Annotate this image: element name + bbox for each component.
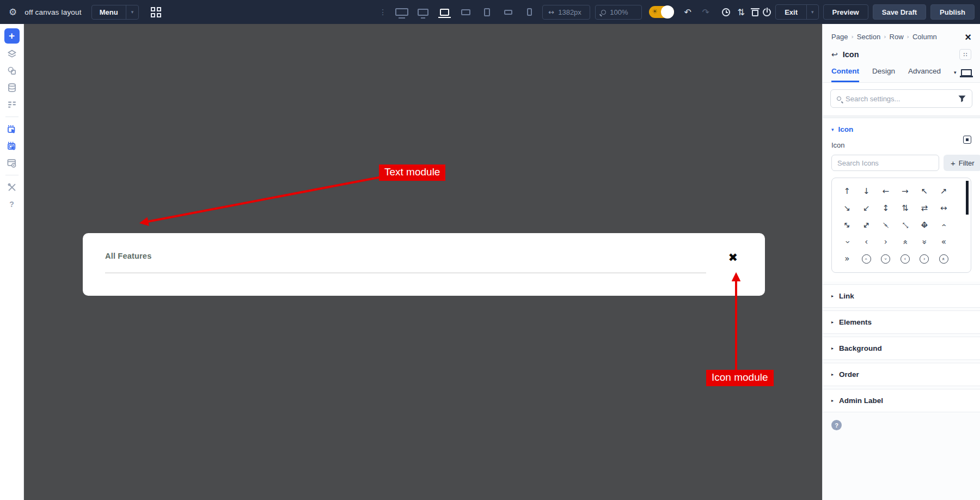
expand-out-diagonal-icon[interactable]: ←→ bbox=[896, 217, 915, 234]
chevron-left-icon[interactable]: ‹ bbox=[857, 234, 877, 251]
back-arrow-icon[interactable]: ↩ bbox=[831, 50, 838, 59]
icon-section-header[interactable]: ▾ Icon bbox=[831, 125, 971, 133]
chevron-right-circle-icon[interactable]: › bbox=[915, 251, 934, 267]
double-chevron-left-icon[interactable]: « bbox=[934, 234, 954, 251]
chevron-left-circle-icon[interactable]: ‹ bbox=[896, 251, 915, 267]
add-module-button[interactable]: + bbox=[4, 28, 20, 44]
arrow-down-icon[interactable]: ↓ bbox=[857, 183, 877, 200]
breadcrumb-row[interactable]: Row bbox=[890, 33, 904, 41]
arrow-up-right-icon[interactable]: ↗ bbox=[934, 183, 954, 200]
section-admin-label[interactable]: ▸Admin Label bbox=[823, 389, 980, 412]
toggle-knob[interactable] bbox=[661, 5, 674, 19]
history-clock-icon[interactable] bbox=[722, 8, 730, 16]
zoom-input[interactable] bbox=[610, 8, 636, 16]
plus-icon: + bbox=[951, 158, 955, 168]
icon-module-close-x[interactable]: ✖ bbox=[728, 252, 738, 264]
double-chevron-down-icon[interactable]: » bbox=[915, 234, 934, 251]
canvas-width-input[interactable] bbox=[558, 8, 584, 16]
device-phone-landscape-button[interactable] bbox=[500, 5, 516, 19]
arrow-left-right-icon[interactable]: ↔ bbox=[934, 200, 954, 217]
arrow-left-icon[interactable]: ← bbox=[876, 183, 896, 200]
arrows-swap-horizontal-icon[interactable]: ⇄ bbox=[915, 200, 934, 217]
expand-diagonal-nesw-icon[interactable]: ↔ bbox=[857, 217, 877, 234]
redo-icon[interactable]: ↷ bbox=[699, 7, 712, 17]
tab-design[interactable]: Design bbox=[872, 67, 895, 82]
portability-icon[interactable] bbox=[763, 8, 771, 16]
focus-target-icon[interactable] bbox=[963, 136, 971, 144]
chevron-right-icon[interactable]: › bbox=[876, 234, 896, 251]
move-icon[interactable]: ↔↕ bbox=[915, 217, 934, 234]
close-panel-icon[interactable]: × bbox=[965, 33, 971, 41]
save-draft-button[interactable]: Save Draft bbox=[873, 4, 926, 20]
breadcrumb-column[interactable]: Column bbox=[912, 33, 937, 41]
exit-button[interactable]: Exit ▾ bbox=[775, 4, 818, 20]
canvas-width-field[interactable]: ↔ bbox=[542, 5, 590, 20]
search-settings-input[interactable] bbox=[846, 95, 954, 103]
arrow-down-left-icon[interactable]: ↙ bbox=[857, 200, 877, 217]
breadcrumb-page[interactable]: Page bbox=[831, 33, 848, 41]
layout-grid-icon[interactable] bbox=[151, 7, 161, 17]
chevron-down-icon[interactable]: ▾ bbox=[954, 70, 957, 75]
sort-arrows-icon[interactable]: ⇅ bbox=[734, 7, 748, 17]
arrow-up-down-icon[interactable]: ↕ bbox=[876, 200, 896, 217]
double-chevron-right-icon[interactable]: » bbox=[837, 251, 857, 267]
help-icon[interactable]: ? bbox=[4, 198, 20, 211]
device-tablet-portrait-button[interactable] bbox=[479, 5, 495, 19]
collapse-diagonal-icon[interactable]: →← bbox=[876, 217, 896, 234]
grid-scrollbar-thumb[interactable] bbox=[966, 181, 969, 215]
panel-position-icon[interactable]: ∷ bbox=[959, 49, 971, 60]
arrows-swap-vertical-icon[interactable]: ⇅ bbox=[896, 200, 915, 217]
select-all-modules-icon[interactable] bbox=[4, 139, 20, 153]
filter-funnel-icon[interactable] bbox=[958, 95, 966, 102]
settings-gear-icon[interactable]: ⚙ bbox=[9, 7, 17, 17]
device-desktop-button[interactable] bbox=[415, 5, 431, 19]
device-phone-portrait-button[interactable] bbox=[521, 5, 537, 19]
list-lines-icon[interactable] bbox=[4, 98, 20, 111]
arrow-down-right-icon[interactable]: ↘ bbox=[837, 200, 857, 217]
search-icons-input[interactable] bbox=[831, 155, 939, 171]
device-desktop-xl-button[interactable] bbox=[394, 5, 410, 19]
section-link[interactable]: ▸Link bbox=[823, 284, 980, 308]
builder-canvas[interactable]: All Features ✖ Text module Icon module bbox=[24, 24, 822, 500]
section-elements[interactable]: ▸Elements bbox=[823, 310, 980, 334]
chevron-up-circle-icon[interactable]: ‹ bbox=[857, 251, 877, 267]
breadcrumb-section[interactable]: Section bbox=[857, 33, 880, 41]
arrow-up-icon[interactable]: ↑ bbox=[837, 183, 857, 200]
section-background[interactable]: ▸Background bbox=[823, 337, 980, 360]
chevron-up-icon[interactable]: ‹ bbox=[934, 217, 954, 234]
layers-icon[interactable] bbox=[4, 47, 20, 60]
double-chevron-up-circle-icon[interactable]: « bbox=[934, 251, 954, 267]
database-icon[interactable] bbox=[4, 81, 20, 94]
arrow-up-left-icon[interactable]: ↖ bbox=[915, 183, 934, 200]
preview-button[interactable]: Preview bbox=[823, 4, 868, 20]
drag-handle-dots-icon[interactable]: ⋮ bbox=[379, 11, 387, 13]
chevron-down-icon[interactable]: ▾ bbox=[126, 5, 139, 19]
chevron-down-circle-icon[interactable]: › bbox=[876, 251, 896, 267]
theme-toggle[interactable]: ☀ bbox=[649, 6, 674, 18]
select-module-icon[interactable] bbox=[4, 123, 20, 136]
publish-button[interactable]: Publish bbox=[930, 4, 975, 20]
trash-icon[interactable] bbox=[752, 10, 758, 16]
design-presets-icon[interactable] bbox=[4, 64, 20, 77]
tab-content[interactable]: Content bbox=[831, 67, 859, 82]
undo-icon[interactable]: ↶ bbox=[681, 7, 694, 17]
chevron-down-icon[interactable]: › bbox=[837, 234, 857, 251]
device-laptop-button-active[interactable] bbox=[436, 5, 452, 19]
arrow-right-icon[interactable]: → bbox=[896, 183, 915, 200]
tab-advanced[interactable]: Advanced bbox=[908, 67, 941, 82]
page-view-icon[interactable] bbox=[4, 156, 20, 169]
zoom-lens-icon bbox=[601, 10, 606, 15]
responsive-device-icon[interactable] bbox=[961, 69, 972, 76]
expand-diagonal-nwse-icon[interactable]: ↔ bbox=[837, 217, 857, 234]
icon-filter-button[interactable]: + Filter bbox=[944, 155, 980, 171]
search-settings-field[interactable] bbox=[830, 89, 972, 108]
double-chevron-up-icon[interactable]: « bbox=[896, 234, 915, 251]
device-tablet-landscape-button[interactable] bbox=[457, 5, 474, 19]
menu-dropdown[interactable]: Menu ▾ bbox=[91, 5, 139, 20]
text-module[interactable]: All Features bbox=[105, 252, 706, 273]
tools-icon[interactable] bbox=[4, 181, 20, 194]
chevron-down-icon[interactable]: ▾ bbox=[806, 5, 818, 19]
section-order[interactable]: ▸Order bbox=[823, 363, 980, 386]
zoom-field[interactable] bbox=[595, 5, 642, 20]
panel-help-icon[interactable]: ? bbox=[831, 420, 842, 430]
